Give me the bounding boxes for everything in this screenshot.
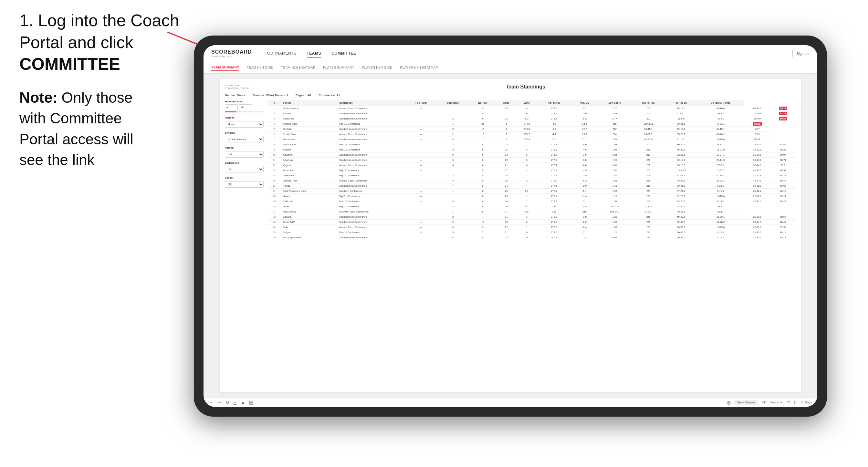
table-row: 15Georgia TechAtlantic Coast Conference—… (268, 178, 796, 183)
subnav-player-h2h-heatmap[interactable]: PLAYER H2H HEATMAP (400, 65, 438, 71)
table-cell: 82-18.1 (665, 158, 696, 163)
table-cell: 24 (496, 199, 517, 204)
table-cell: 268 (631, 158, 665, 163)
table-cell: Arizona State (281, 121, 337, 127)
card-header: Update time: 27/03/2024 16:56:26 Team St… (225, 84, 796, 90)
view-original-button[interactable]: View: Original (735, 400, 758, 405)
table-cell: -3.5 (571, 168, 598, 173)
table-cell: 5 (436, 230, 469, 235)
share-ios-icon[interactable]: △ (233, 400, 237, 405)
table-cell: Atlantic Coast Conference (337, 132, 405, 137)
table-cell: -5.1 (571, 189, 598, 194)
bottom-bar: ← → ↻ △ ▲ ▤ ◍ View: Original 👁 Watch ▼ ◻… (204, 398, 817, 407)
bookmark-icon[interactable]: ▲ (241, 400, 245, 405)
nav-committee[interactable]: COMMITTEE (332, 50, 356, 58)
table-row: 10AlabamaSoutheastern Conference—5823327… (268, 152, 796, 158)
min-rounds-label: Minimum Rou... (225, 100, 264, 103)
table-cell: 9 (469, 106, 496, 111)
table-cell: 276.8 (537, 147, 571, 152)
table-cell: — (406, 220, 437, 225)
table-cell: 276.9 (537, 168, 571, 173)
table-cell: 1 (496, 121, 517, 127)
forward-icon[interactable]: → (217, 400, 222, 405)
table-cell: 1.44 (537, 204, 571, 209)
nav-teams[interactable]: TEAMS (307, 50, 321, 58)
table-cell: 3 (436, 204, 469, 209)
resize-icon[interactable]: □ (794, 400, 797, 405)
tablet-frame: SCOREBOARD Powered by clippi TOURNAMENTS… (194, 35, 827, 416)
division-select[interactable]: NCAA Division I (225, 136, 264, 143)
min-rounds-slider[interactable] (225, 112, 264, 113)
nav-tournaments[interactable]: TOURNAMENTS (265, 50, 297, 58)
card-title: Team Standings (255, 84, 796, 90)
conference-select[interactable]: (All) (225, 166, 264, 173)
watch-button[interactable]: Watch ▼ (770, 401, 783, 404)
subnav-player-summary[interactable]: PLAYER SUMMARY (323, 65, 354, 71)
table-cell: — (406, 235, 437, 240)
subnav-team-h2h-heatmap[interactable]: TEAM H2H HEATMAP (281, 65, 315, 71)
school-select[interactable]: (All) (225, 181, 264, 188)
table-row: 6Florida StateAtlantic Coast Conference—… (268, 132, 796, 137)
table-cell: 1 (517, 194, 537, 199)
table-cell: Georgia Tech (281, 178, 337, 183)
table-cell: 88.47 (770, 178, 796, 183)
table-cell: -5.0 (571, 111, 598, 116)
table-cell: 27 (496, 225, 517, 230)
table-cell: 4-21.0 (697, 235, 745, 240)
table-cell: 1.98 (598, 142, 631, 147)
back-icon[interactable]: ← (209, 400, 213, 405)
table-cell: 277.5 (537, 183, 571, 189)
table-cell: 1 (436, 121, 469, 127)
table-cell: 271 (631, 194, 665, 199)
logo-text: SCOREBOARD (211, 49, 252, 55)
gender-select[interactable]: Men's (225, 121, 264, 128)
subnav-team-h2h-grid[interactable]: TEAM H2H GRID (247, 65, 273, 71)
table-cell: 29-21.0 (744, 199, 770, 204)
subnav-team-summary[interactable]: TEAM SUMMARY (211, 64, 239, 71)
min-rounds-filter: Minimum Rou... (225, 100, 264, 113)
table-row: 3VanderbiltSoutheastern Conference—28246… (268, 116, 796, 121)
table-cell: California (281, 199, 337, 204)
table-cell: -0.4 (571, 225, 598, 230)
table-cell: 221 (631, 225, 665, 230)
sign-out-button[interactable]: Sign out (797, 52, 809, 56)
table-cell: 88.23 (770, 147, 796, 152)
table-cell: — (406, 121, 437, 127)
table-row: 16FloridaSoutheastern Conference—7924427… (268, 183, 796, 189)
min-rounds-max[interactable] (239, 104, 252, 110)
table-cell: 209 (631, 173, 665, 178)
table-cell: Arizona (281, 147, 337, 152)
refresh-icon[interactable]: ↻ (225, 400, 229, 405)
table-cell: 39-23.1 (744, 147, 770, 152)
table-cell: 88-17.0 (665, 106, 696, 111)
tabs-icon[interactable]: ▤ (249, 400, 253, 405)
table-cell: Texas (281, 204, 337, 209)
table-cell: — (406, 178, 437, 183)
table-cell: 278.7 (537, 225, 571, 230)
region-select[interactable]: N/A (225, 151, 264, 158)
table-cell: 82-25.1 (665, 194, 696, 199)
table-cell: 8 (469, 142, 496, 147)
division-filter-label: Division (225, 131, 264, 134)
options-icon[interactable]: ◻ (786, 400, 790, 405)
table-cell: 11 (268, 158, 281, 163)
subnav-player-h2h-grid[interactable]: PLAYER H2H GRID (362, 65, 393, 71)
table-cell: 21 (268, 209, 281, 214)
table-cell: 275.9 (517, 137, 537, 142)
table-cell: 3 (517, 158, 537, 163)
share-button[interactable]: ⇧ Share (801, 401, 812, 404)
col-overall-rd: Overall Rd. (631, 100, 665, 106)
table-cell: 86-25.1 (665, 142, 696, 147)
table-cell: 8 (469, 116, 496, 121)
table-cell: 279.9 (537, 220, 571, 225)
conference-filter-label: Conference (225, 161, 264, 164)
table-cell: Virginia (281, 163, 337, 168)
min-rounds-min[interactable] (225, 104, 238, 110)
table-cell: 5 (268, 127, 281, 132)
table-cell: 279.1 (537, 194, 571, 199)
table-cell: 23 (496, 142, 517, 147)
table-cell: 6 (517, 163, 537, 168)
table-cell: 16 (268, 183, 281, 189)
table-cell: 2 (517, 199, 537, 204)
table-row: 24DukeAtlantic Coast Conference—59271278… (268, 225, 796, 230)
